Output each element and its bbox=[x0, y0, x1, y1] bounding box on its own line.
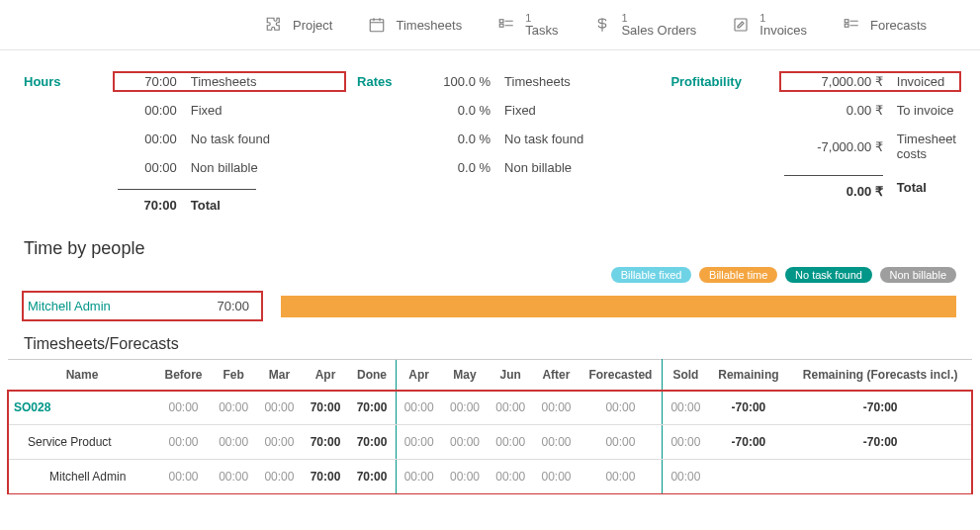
profit-invoiced-label: Invoiced bbox=[897, 74, 944, 89]
th-feb: Feb bbox=[211, 360, 256, 391]
hours-heading-col: Hours bbox=[24, 74, 102, 213]
cell-name[interactable]: Service Product bbox=[8, 425, 156, 460]
nav-sales-label: Sales Orders bbox=[621, 24, 696, 38]
table-row: Mitchell Admin 00:00 00:00 00:00 70:00 7… bbox=[8, 460, 972, 494]
calendar-icon bbox=[368, 16, 386, 34]
profit-total-label: Total bbox=[897, 180, 927, 195]
legend-billable-fixed[interactable]: Billable fixed bbox=[611, 267, 692, 283]
rates-fixed-row: 0.0 % Fixed bbox=[431, 103, 655, 118]
profit-invoiced-row: 7,000.00 ₹ Invoiced bbox=[780, 72, 960, 91]
svg-rect-2 bbox=[499, 24, 503, 27]
cell-mar: 00:00 bbox=[256, 391, 302, 425]
people-row: Mitchell Admin 70:00 bbox=[24, 293, 956, 319]
cell-jun: 00:00 bbox=[488, 425, 533, 460]
profit-total-value: 0.00 ₹ bbox=[784, 175, 883, 199]
cell-before: 00:00 bbox=[156, 391, 211, 425]
rates-nonbill-label: Non billable bbox=[504, 160, 572, 175]
rates-heading-col: Rates bbox=[357, 74, 415, 213]
legend-non-billable[interactable]: Non billable bbox=[880, 267, 956, 283]
hours-none-label: No task found bbox=[191, 132, 270, 146]
th-forecasted: Forecasted bbox=[579, 360, 663, 391]
hours-nonbill-label: Non billable bbox=[191, 160, 258, 175]
cell-after: 00:00 bbox=[533, 391, 579, 425]
th-name: Name bbox=[8, 360, 156, 391]
legend-no-task[interactable]: No task found bbox=[785, 267, 872, 283]
profit-heading: Profitability bbox=[670, 74, 767, 89]
ts-table: Name Before Feb Mar Apr Done Apr May Jun… bbox=[8, 359, 972, 494]
rates-values-col: 100.0 % Timesheets 0.0 % Fixed 0.0 % No … bbox=[431, 74, 655, 213]
profit-toinvoice-value: 0.00 ₹ bbox=[784, 103, 883, 118]
nav-sales-orders[interactable]: 1 Sales Orders bbox=[576, 8, 714, 42]
hours-timesheets-label: Timesheets bbox=[191, 74, 257, 89]
nav-project[interactable]: Project bbox=[247, 12, 350, 38]
rates-fixed-label: Fixed bbox=[504, 103, 536, 118]
profit-values-col: 7,000.00 ₹ Invoiced 0.00 ₹ To invoice -7… bbox=[784, 74, 956, 213]
hours-fixed-value: 00:00 bbox=[118, 103, 177, 118]
nav-timesheets[interactable]: Timesheets bbox=[350, 12, 480, 38]
th-may: May bbox=[442, 360, 488, 391]
th-sold: Sold bbox=[663, 360, 709, 391]
cell-sold: 00:00 bbox=[663, 391, 709, 425]
time-by-people-heading: Time by people bbox=[24, 238, 980, 259]
cell-apr2: 00:00 bbox=[396, 391, 442, 425]
cell-sold: 00:00 bbox=[663, 460, 709, 494]
cell-sold: 00:00 bbox=[663, 425, 709, 460]
cell-name[interactable]: Mitchell Admin bbox=[8, 460, 156, 494]
nav-invoices[interactable]: 1 Invoices bbox=[714, 8, 825, 42]
cell-name[interactable]: SO028 bbox=[8, 391, 156, 425]
ts-header-row: Name Before Feb Mar Apr Done Apr May Jun… bbox=[8, 360, 972, 391]
th-apr2: Apr bbox=[396, 360, 442, 391]
cell-may: 00:00 bbox=[442, 391, 488, 425]
th-jun: Jun bbox=[488, 360, 533, 391]
rates-fixed-value: 0.0 % bbox=[431, 103, 490, 118]
top-nav: Project Timesheets 1 Tasks 1 Sales Order… bbox=[0, 0, 980, 50]
rates-nonbill-row: 0.0 % Non billable bbox=[431, 160, 655, 175]
th-remaining-fc: Remaining (Forecasts incl.) bbox=[788, 360, 972, 391]
rates-timesheets-row: 100.0 % Timesheets bbox=[431, 74, 655, 89]
dollar-icon bbox=[593, 16, 611, 34]
legend-billable-time[interactable]: Billable time bbox=[699, 267, 777, 283]
nav-tasks-stack: 1 Tasks bbox=[525, 12, 558, 38]
hours-total-value: 70:00 bbox=[118, 198, 177, 213]
cell-done: 70:00 bbox=[349, 425, 397, 460]
cell-apr: 70:00 bbox=[303, 460, 349, 494]
table-row: SO028 00:00 00:00 00:00 70:00 70:00 00:0… bbox=[8, 391, 972, 425]
nav-invoices-stack: 1 Invoices bbox=[759, 12, 807, 38]
profit-total-row: 0.00 ₹ Total bbox=[784, 175, 956, 199]
th-remaining: Remaining bbox=[709, 360, 789, 391]
profit-tscosts-value: -7,000.00 ₹ bbox=[784, 139, 883, 154]
cell-jun: 00:00 bbox=[488, 460, 533, 494]
cell-done: 70:00 bbox=[349, 391, 397, 425]
ts-heading: Timesheets/Forecasts bbox=[24, 335, 980, 353]
cell-remaining-fc bbox=[788, 460, 972, 494]
svg-rect-0 bbox=[371, 20, 385, 32]
rates-nonbill-value: 0.0 % bbox=[431, 160, 490, 175]
edit-icon bbox=[732, 16, 750, 34]
th-after: After bbox=[533, 360, 579, 391]
cell-mar: 00:00 bbox=[256, 460, 302, 494]
people-cell[interactable]: Mitchell Admin 70:00 bbox=[24, 293, 261, 319]
cell-jun: 00:00 bbox=[488, 391, 533, 425]
list-icon bbox=[497, 16, 515, 34]
cell-apr2: 00:00 bbox=[396, 425, 442, 460]
cell-may: 00:00 bbox=[442, 460, 488, 494]
cell-forecasted: 00:00 bbox=[579, 391, 663, 425]
people-bar bbox=[281, 296, 956, 317]
cell-feb: 00:00 bbox=[211, 425, 256, 460]
hours-none-value: 00:00 bbox=[118, 132, 177, 146]
people-name: Mitchell Admin bbox=[28, 299, 111, 313]
cell-remaining-fc: -70:00 bbox=[788, 425, 972, 460]
hours-nonbill-value: 00:00 bbox=[118, 160, 177, 175]
th-done: Done bbox=[349, 360, 397, 391]
rates-timesheets-label: Timesheets bbox=[504, 74, 571, 89]
hours-nonbill-row: 00:00 Non billable bbox=[118, 160, 341, 175]
nav-forecasts[interactable]: Forecasts bbox=[825, 12, 944, 38]
svg-rect-5 bbox=[845, 24, 848, 27]
hours-heading: Hours bbox=[24, 74, 102, 89]
cell-after: 00:00 bbox=[533, 460, 579, 494]
svg-rect-4 bbox=[845, 20, 848, 23]
rates-none-row: 0.0 % No task found bbox=[431, 132, 655, 146]
th-before: Before bbox=[156, 360, 211, 391]
puzzle-icon bbox=[265, 16, 283, 34]
nav-tasks[interactable]: 1 Tasks bbox=[480, 8, 576, 42]
